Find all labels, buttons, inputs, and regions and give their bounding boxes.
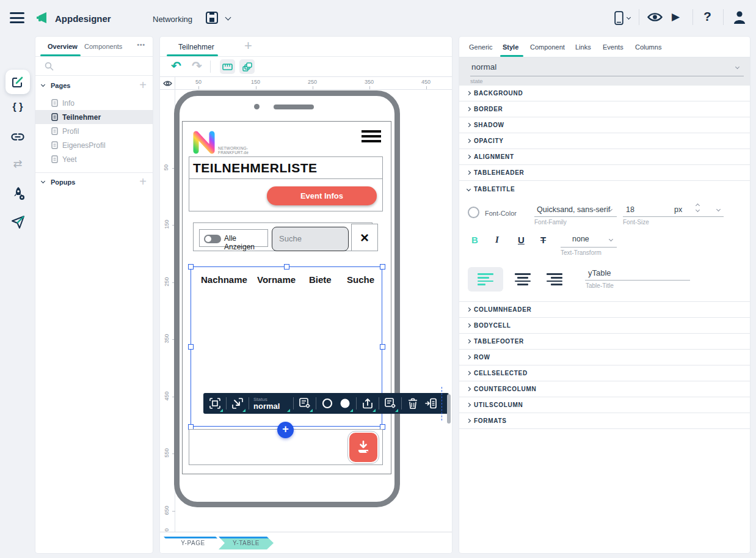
event-infos-box[interactable]: Event Infos [189,179,383,211]
font-size-stepper[interactable] [696,204,699,211]
font-size-unit-chevron-icon[interactable] [716,207,721,211]
sidebar-item-info[interactable]: Info [35,96,153,110]
selection-handle[interactable] [380,344,385,350]
rail-item-logic[interactable]: { } [0,101,35,112]
column-header[interactable]: Biete [309,274,332,285]
device-chevron-icon[interactable] [627,15,631,20]
section-tablefooter[interactable]: TABLEFOOTER [459,334,750,350]
copies-toggle-button[interactable] [239,59,255,74]
strikethrough-button[interactable]: T [540,235,546,245]
selection-handle[interactable] [188,344,194,350]
preview-eye-icon[interactable] [647,12,663,23]
main-menu-button[interactable] [10,12,24,23]
sidebar-search[interactable] [35,57,153,76]
table-settings-icon[interactable] [383,397,397,410]
sidebar-item-teilnehmer[interactable]: Teilnehmer [35,110,153,124]
circle-outline-icon[interactable] [321,397,334,410]
move-into-container-icon[interactable] [424,397,437,410]
tab-component[interactable]: Component [530,43,565,51]
section-shadow[interactable]: SHADOW [459,117,750,133]
add-row-button[interactable]: + [277,422,294,438]
search-input[interactable]: Suche [272,227,349,251]
deploy-rocket-icon[interactable] [10,186,26,202]
column-header[interactable]: Suche [347,274,374,285]
resize-widget-icon[interactable] [231,397,244,410]
column-header[interactable]: Vorname [257,274,296,285]
column-header[interactable]: Nachname [201,274,247,285]
device-select-icon[interactable] [614,11,623,25]
font-size-input[interactable]: 18 [626,205,634,214]
align-left-button[interactable] [468,267,503,292]
page-title-box[interactable]: TEILNEHMERLISTE [189,156,383,179]
download-button[interactable] [349,433,377,462]
help-icon[interactable]: ? [703,9,711,24]
tab-links[interactable]: Links [575,43,591,51]
section-cellselected[interactable]: CELLSELECTED [459,365,750,381]
save-options-chevron-icon[interactable] [225,15,231,21]
underline-button[interactable]: U [518,235,525,245]
rail-item-designer[interactable] [5,70,30,94]
tab-style[interactable]: Style [503,43,518,51]
delete-widget-icon[interactable] [406,397,420,410]
section-utilscolumn[interactable]: UTILSCOLUMN [459,397,750,413]
bold-button[interactable]: B [471,235,478,245]
status-selector[interactable]: Status normal [253,397,289,410]
section-formats[interactable]: FORMATS [459,413,750,429]
breadcrumb-y-table[interactable]: Y-TABLE [219,537,274,549]
text-transform-chevron-icon[interactable] [609,237,613,241]
redo-button[interactable]: ↷ [192,59,202,73]
ruler-toggle-button[interactable] [220,59,235,74]
link-icon[interactable] [11,131,24,143]
project-name[interactable]: Networking [153,15,192,24]
publish-send-icon[interactable] [10,215,25,230]
state-select[interactable]: normal [471,62,496,72]
ruler-corner[interactable] [160,76,175,90]
tab-overview[interactable]: Overview [48,43,78,50]
pages-section-header[interactable]: Pages + [35,79,153,93]
sidebar-item-eigenesprofil[interactable]: EigenesProfil [35,138,153,152]
italic-button[interactable]: I [495,235,499,245]
section-row[interactable]: ROW [459,350,750,365]
add-canvas-tab-button[interactable]: + [244,38,252,54]
section-background[interactable]: BACKGROUND [459,86,750,101]
font-color-swatch[interactable] [468,207,479,218]
form-settings-icon[interactable] [298,397,311,410]
circle-filled-icon[interactable] [338,397,352,410]
event-infos-button[interactable]: Event Infos [267,186,377,205]
section-border[interactable]: BORDER [459,101,750,117]
tab-columns[interactable]: Columns [635,43,661,51]
section-opacity[interactable]: OPACITY [459,133,750,149]
state-chevron-icon[interactable] [735,65,740,69]
app-menu-button[interactable] [362,130,381,142]
play-icon[interactable]: ▶ [672,10,680,23]
font-family-select[interactable]: Quicksand, sans-serif [537,205,610,214]
font-size-unit[interactable]: px [674,205,682,214]
section-alignment[interactable]: ALIGNMENT [459,149,750,165]
align-center-button[interactable] [511,267,535,292]
user-account-icon[interactable] [733,10,746,24]
canvas-scrollbar-thumb[interactable] [447,394,451,424]
canvas-tab-teilnehmer[interactable]: Teilnehmer [178,43,214,51]
section-countercolumn[interactable]: COUNTERCOLUMN [459,381,750,397]
tab-generic[interactable]: Generic [469,43,493,51]
align-right-button[interactable] [542,267,567,292]
section-bodycell[interactable]: BODYCELL [459,318,750,334]
popups-section-header[interactable]: Popups + [35,176,153,189]
section-columnheader[interactable]: COLUMNHEADER [459,302,750,318]
add-popup-button[interactable]: + [139,175,147,189]
toggle-switch[interactable] [204,235,221,243]
breadcrumb-y-page[interactable]: Y-PAGE [164,537,222,549]
selection-handle[interactable] [380,264,385,270]
sidebar-item-profil[interactable]: Profil [35,124,153,138]
text-transform-select[interactable]: none [572,235,589,243]
sidebar-item-yeet[interactable]: Yeet [35,152,153,166]
undo-button[interactable]: ↶ [171,59,181,73]
selection-handle[interactable] [188,264,194,270]
section-tabletitle[interactable]: TABLETITLE [459,181,750,197]
more-options-icon[interactable]: ••• [137,42,145,48]
section-tableheader[interactable]: TABLEHEADER [459,165,750,181]
export-widget-icon[interactable] [361,397,374,410]
table-title-input[interactable]: yTable [588,268,611,277]
selection-handle[interactable] [284,264,289,270]
select-frame-icon[interactable] [208,397,222,410]
